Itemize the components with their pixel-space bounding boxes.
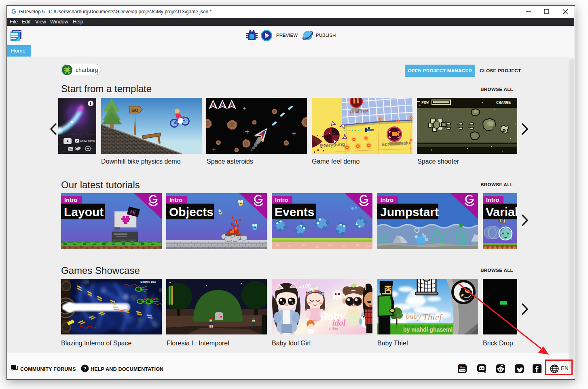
svg-text:Score: 10X: Score: 10X <box>140 280 156 284</box>
svg-text:baby: baby <box>406 311 421 321</box>
svg-text:Thief: Thief <box>423 312 443 322</box>
svg-text:POW: POW <box>421 101 429 105</box>
svg-text:Layout: Layout <box>64 205 104 219</box>
svg-text:You: You <box>460 366 465 369</box>
svg-text:by mahdi ghasemi: by mahdi ghasemi <box>403 326 453 333</box>
svg-text:You: You <box>69 148 72 150</box>
svg-text:GO: GO <box>131 108 139 113</box>
svg-text:Show frame: Show frame <box>80 139 95 142</box>
svg-text:Events: Events <box>275 205 314 219</box>
svg-text:Films: Films <box>329 326 338 330</box>
svg-text:CHANGE: CHANGE <box>496 101 511 105</box>
svg-text:Tube: Tube <box>459 369 465 372</box>
svg-text:?: ? <box>83 366 87 372</box>
svg-text:Variab: Variab <box>486 205 517 219</box>
svg-text:Objects: Objects <box>169 205 214 219</box>
svg-text:Jumpstart: Jumpstart <box>380 205 439 219</box>
